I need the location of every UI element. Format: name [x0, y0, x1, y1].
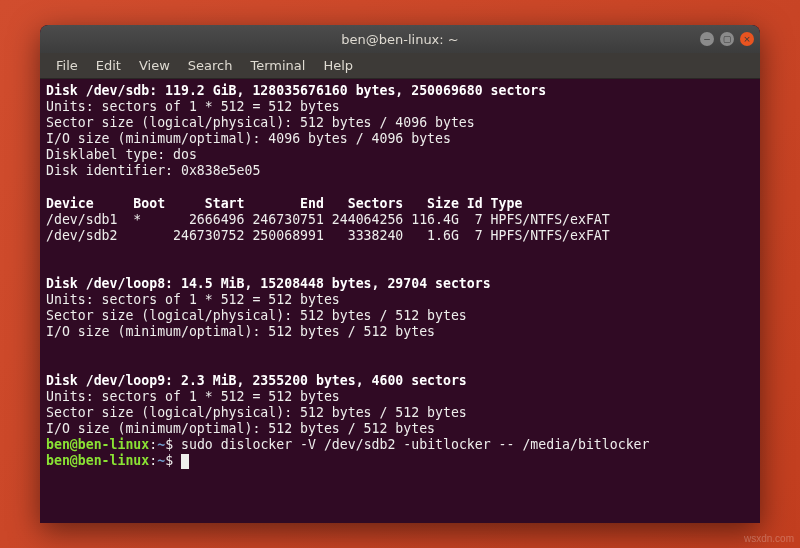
maximize-icon: ▢: [723, 34, 732, 44]
disk-loop9-units: Units: sectors of 1 * 512 = 512 bytes: [46, 389, 340, 404]
partition-table-header: Device Boot Start End Sectors Size Id Ty…: [46, 196, 522, 211]
menubar: File Edit View Search Terminal Help: [40, 53, 760, 79]
partition-row-sdb2: /dev/sdb2 246730752 250068991 3338240 1.…: [46, 228, 610, 243]
prompt-user: ben@ben-linux: [46, 437, 149, 452]
minimize-icon: −: [703, 34, 711, 44]
disk-loop9-io: I/O size (minimum/optimal): 512 bytes / …: [46, 421, 435, 436]
prompt-dollar-2: $: [165, 453, 181, 468]
menu-search[interactable]: Search: [180, 56, 241, 75]
prompt-colon: :: [149, 437, 157, 452]
menu-file[interactable]: File: [48, 56, 86, 75]
menu-view[interactable]: View: [131, 56, 178, 75]
prompt-dollar: $: [165, 437, 181, 452]
disk-sdb-units: Units: sectors of 1 * 512 = 512 bytes: [46, 99, 340, 114]
disk-sdb-identifier: Disk identifier: 0x838e5e05: [46, 163, 260, 178]
window-title: ben@ben-linux: ~: [341, 32, 458, 47]
menu-terminal[interactable]: Terminal: [242, 56, 313, 75]
maximize-button[interactable]: ▢: [720, 32, 734, 46]
menu-help[interactable]: Help: [315, 56, 361, 75]
watermark: wsxdn.com: [744, 533, 794, 544]
menu-edit[interactable]: Edit: [88, 56, 129, 75]
disk-sdb-sector: Sector size (logical/physical): 512 byte…: [46, 115, 475, 130]
minimize-button[interactable]: −: [700, 32, 714, 46]
terminal-window: ben@ben-linux: ~ − ▢ × File Edit View Se…: [40, 25, 760, 523]
disk-loop8-sector: Sector size (logical/physical): 512 byte…: [46, 308, 467, 323]
disk-sdb-header: Disk /dev/sdb: 119.2 GiB, 128035676160 b…: [46, 83, 546, 98]
close-button[interactable]: ×: [740, 32, 754, 46]
command-line-1: sudo dislocker -V /dev/sdb2 -ubitlocker …: [181, 437, 649, 452]
partition-row-sdb1: /dev/sdb1 * 2666496 246730751 244064256 …: [46, 212, 610, 227]
prompt-path: ~: [157, 437, 165, 452]
terminal-content[interactable]: Disk /dev/sdb: 119.2 GiB, 128035676160 b…: [40, 79, 760, 523]
prompt-user-2: ben@ben-linux: [46, 453, 149, 468]
disk-loop8-io: I/O size (minimum/optimal): 512 bytes / …: [46, 324, 435, 339]
disk-loop8-units: Units: sectors of 1 * 512 = 512 bytes: [46, 292, 340, 307]
disk-loop9-sector: Sector size (logical/physical): 512 byte…: [46, 405, 467, 420]
prompt-path-2: ~: [157, 453, 165, 468]
titlebar[interactable]: ben@ben-linux: ~ − ▢ ×: [40, 25, 760, 53]
disk-loop9-header: Disk /dev/loop9: 2.3 MiB, 2355200 bytes,…: [46, 373, 467, 388]
prompt-colon-2: :: [149, 453, 157, 468]
cursor: [181, 454, 189, 469]
disk-sdb-io: I/O size (minimum/optimal): 4096 bytes /…: [46, 131, 451, 146]
close-icon: ×: [743, 34, 751, 44]
window-controls: − ▢ ×: [700, 32, 754, 46]
disk-loop8-header: Disk /dev/loop8: 14.5 MiB, 15208448 byte…: [46, 276, 491, 291]
disk-sdb-label: Disklabel type: dos: [46, 147, 197, 162]
